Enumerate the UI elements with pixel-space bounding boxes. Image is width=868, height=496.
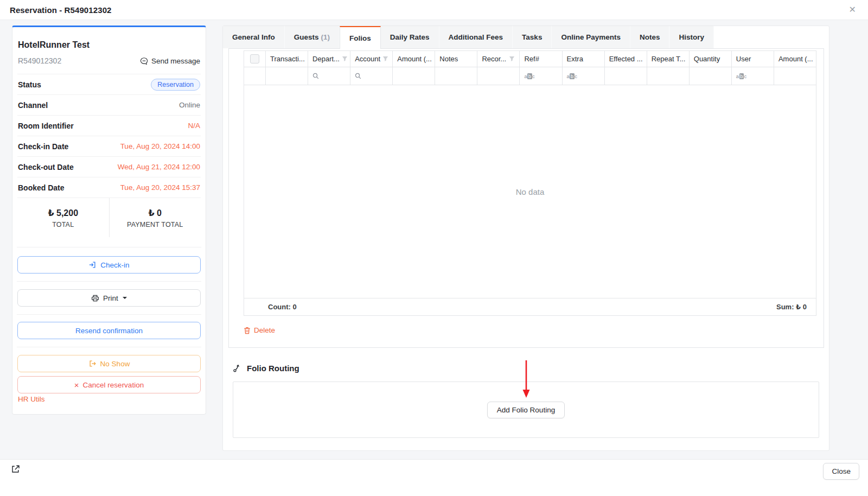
tab-label: Daily Rates (390, 33, 430, 41)
filter-funnel-icon[interactable] (507, 56, 515, 62)
tab-label: Guests (294, 33, 319, 41)
column-header-amount[interactable]: Amount (... (393, 51, 435, 67)
modal-header: Reservation - R549012302 ✕ (0, 0, 868, 20)
reservation-summary-card: HotelRunner Test R549012302 Send message… (12, 26, 206, 415)
abc-filter-icon[interactable]: abc (567, 73, 577, 79)
no-show-button[interactable]: No Show (17, 355, 201, 372)
column-header-account[interactable]: Account (350, 51, 393, 67)
hotel-name: HotelRunner Test (17, 27, 201, 50)
filter-funnel-icon[interactable] (380, 56, 388, 62)
tab-label: General Info (232, 33, 275, 41)
filter-cell-notes[interactable] (435, 67, 477, 85)
filter-cell-depart[interactable] (308, 67, 350, 85)
filter-cell-amount[interactable] (774, 67, 816, 85)
x-icon: × (74, 381, 79, 389)
abc-filter-icon[interactable]: abc (524, 73, 534, 79)
tab-additional-fees[interactable]: Additional Fees (439, 26, 513, 48)
info-value: Tue, Aug 20, 2024 15:37 (120, 183, 200, 192)
filter-cell-transacti[interactable] (266, 67, 308, 85)
total-cell: ₺ 5,200 TOTAL (17, 198, 109, 237)
message-bubble-icon (140, 57, 148, 65)
page-title: Reservation - R549012302 (10, 5, 112, 15)
filter-cell-ref[interactable]: abc (520, 67, 562, 85)
tab-label: Notes (640, 33, 660, 41)
no-show-label: No Show (100, 360, 130, 368)
column-header-repeat-t[interactable]: Repeat T... (647, 51, 690, 67)
trash-icon (244, 327, 251, 334)
cancel-reservation-label: Cancel reservation (83, 381, 144, 389)
filter-cell-account[interactable] (350, 67, 393, 85)
reservation-code: R549012302 (18, 56, 61, 65)
tab-label: Folios (349, 34, 371, 42)
column-header-notes[interactable]: Notes (435, 51, 477, 67)
column-header-quantity[interactable]: Quantity (690, 51, 732, 67)
filter-funnel-icon[interactable] (340, 56, 348, 62)
search-icon[interactable] (312, 73, 319, 79)
grid-empty-state: No data (244, 85, 816, 298)
totals-section: ₺ 5,200 TOTAL ₺ 0 PAYMENT TOTAL (17, 198, 201, 237)
info-label: Room Identifier (18, 122, 74, 130)
cancel-reservation-button[interactable]: × Cancel reservation (17, 376, 201, 393)
abc-filter-icon[interactable]: abc (736, 73, 746, 79)
tab-online-payments[interactable]: Online Payments (552, 26, 630, 48)
info-value: N/A (188, 122, 200, 130)
tab-label: Additional Fees (449, 33, 503, 41)
column-header-ref[interactable]: Ref# (520, 51, 562, 67)
tab-daily-rates[interactable]: Daily Rates (381, 26, 439, 48)
folio-routing-heading: Folio Routing (233, 364, 299, 373)
print-button[interactable]: Print (17, 289, 201, 307)
share-button[interactable] (10, 463, 22, 475)
divider (17, 314, 201, 315)
filter-cell-quantity[interactable] (690, 67, 732, 85)
resend-confirmation-button[interactable]: Resend confirmation (17, 322, 201, 339)
close-icon[interactable]: ✕ (847, 3, 858, 16)
add-folio-routing-button[interactable]: Add Folio Routing (487, 402, 565, 418)
info-label: Check-in Date (18, 142, 68, 151)
filter-cell-repeat-t[interactable] (647, 67, 690, 85)
filter-cell-amount[interactable] (393, 67, 435, 85)
tab-folios[interactable]: Folios (340, 26, 381, 49)
column-header-amount[interactable]: Amount (... (774, 51, 816, 67)
delete-button[interactable]: Delete (244, 326, 275, 334)
search-icon[interactable] (355, 73, 361, 79)
info-row-check-in-date: Check-in DateTue, Aug 20, 2024 14:00 (17, 136, 201, 156)
filter-cell-recor[interactable] (477, 67, 520, 85)
printer-icon (91, 294, 99, 302)
filter-cell-extra[interactable]: abc (563, 67, 605, 85)
divider (17, 281, 201, 282)
column-title: Depart... (312, 55, 340, 63)
tab-guests[interactable]: Guests(1) (285, 26, 340, 48)
tab-notes[interactable]: Notes (630, 26, 670, 48)
grid-footer: Count: 0 Sum: ₺ 0 (244, 298, 816, 315)
column-header-recor[interactable]: Recor... (477, 51, 520, 67)
tab-label: Tasks (522, 33, 542, 41)
tab-history[interactable]: History (669, 26, 714, 48)
sign-out-icon (88, 360, 97, 367)
routing-icon (233, 364, 242, 373)
payment-total-cell: ₺ 0 PAYMENT TOTAL (109, 198, 201, 237)
column-header-effected[interactable]: Effected ... (605, 51, 647, 67)
column-header-depart[interactable]: Depart... (308, 51, 350, 67)
column-title: Ref# (524, 55, 539, 63)
tab-count-badge: (1) (321, 33, 330, 41)
column-title: Recor... (482, 55, 506, 63)
grid-header-row: Transacti...Depart...AccountAmount (...N… (244, 51, 816, 67)
tab-tasks[interactable]: Tasks (513, 26, 552, 48)
hr-utils-link[interactable]: HR Utils (17, 395, 201, 403)
filter-cell-effected[interactable] (605, 67, 647, 85)
send-message-button[interactable]: Send message (140, 57, 200, 65)
column-header-user[interactable]: User (732, 51, 774, 67)
close-button[interactable]: Close (823, 463, 859, 480)
tab-strip: General InfoGuests(1)FoliosDaily RatesAd… (223, 26, 829, 48)
tab-general-info[interactable]: General Info (223, 26, 285, 48)
grid-sum: Sum: ₺ 0 (776, 303, 807, 311)
column-header-transacti[interactable]: Transacti... (266, 51, 308, 67)
filter-cell-user[interactable]: abc (732, 67, 774, 85)
divider (17, 347, 201, 347)
check-in-button[interactable]: Check-in (17, 256, 201, 274)
column-header-extra[interactable]: Extra (563, 51, 605, 67)
select-all-checkbox[interactable] (250, 54, 259, 63)
modal-footer: Close (0, 459, 868, 496)
folios-grid: Transacti...Depart...AccountAmount (...N… (244, 50, 816, 316)
column-select-all[interactable] (244, 51, 266, 67)
